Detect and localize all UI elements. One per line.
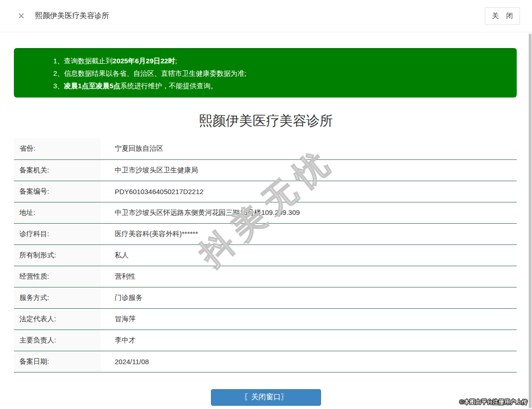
notice-text: 3、 <box>53 82 64 90</box>
notice-text: 2、信息数据结果以各省、自治区、直辖市卫生健康委数据为准; <box>53 69 247 77</box>
field-value: PDY60103464050217D2212 <box>101 181 517 202</box>
notice-bold-text: 凌晨1点至凌晨5点 <box>64 82 120 90</box>
close-button[interactable]: 关 闭 <box>485 7 520 25</box>
field-label: 服务方式: <box>14 287 101 308</box>
scrollbar[interactable] <box>528 33 532 409</box>
field-value: 中卫市沙坡头区卫生健康局 <box>101 159 517 181</box>
table-row: 备案机关:中卫市沙坡头区卫生健康局 <box>14 159 517 181</box>
field-label: 诊疗科目: <box>14 223 101 244</box>
copyright-watermark: ©本图由平台注册用户上传 <box>459 398 527 406</box>
field-label: 备案编号: <box>14 181 101 202</box>
table-row: 地址:中卫市沙坡头区怀远路东侧黄河花园三期16号楼109.209.309 <box>14 202 517 223</box>
notice-box: 1、查询数据截止到2025年6月29日22时; 2、信息数据结果以各省、自治区、… <box>14 48 517 98</box>
table-row: 省份:宁夏回族自治区 <box>14 138 517 159</box>
notice-line-1: 1、查询数据截止到2025年6月29日22时; <box>53 55 507 67</box>
field-value: 李中才 <box>101 330 517 351</box>
clinic-info-table: 省份:宁夏回族自治区 备案机关:中卫市沙坡头区卫生健康局 备案编号:PDY601… <box>14 138 517 372</box>
notice-text: 1、查询数据截止到 <box>53 57 112 65</box>
notice-text: 系统进行维护，不能提供查询。 <box>120 82 217 90</box>
field-value: 医疗美容科(美容外科)****** <box>101 223 517 244</box>
field-label: 法定代表人: <box>14 308 101 330</box>
field-label: 所有制形式: <box>14 244 101 266</box>
notice-line-2: 2、信息数据结果以各省、自治区、直辖市卫生健康委数据为准; <box>53 67 507 79</box>
field-value: 门诊服务 <box>101 287 517 308</box>
field-label: 地址: <box>14 202 101 223</box>
notice-line-3: 3、凌晨1点至凌晨5点系统进行维护，不能提供查询。 <box>53 79 507 92</box>
table-row: 所有制形式:私人 <box>14 244 517 266</box>
table-row: 主要负责人:李中才 <box>14 330 517 351</box>
close-window-button[interactable]: 〖关闭窗口〗 <box>211 389 321 406</box>
field-label: 省份: <box>14 138 101 159</box>
clinic-record-page: ✕ 熙颜伊美医疗美容诊所 关 闭 1、查询数据截止到2025年6月29日22时;… <box>0 0 532 406</box>
field-value: 私人 <box>101 244 517 266</box>
table-row: 法定代表人:冒海萍 <box>14 308 517 330</box>
field-value: 2024/11/08 <box>101 351 517 372</box>
table-row: 经营性质:营利性 <box>14 266 517 287</box>
field-label: 备案机关: <box>14 159 101 181</box>
header: ✕ 熙颜伊美医疗美容诊所 关 闭 <box>0 0 532 32</box>
clinic-title: 熙颜伊美医疗美容诊所 <box>0 111 532 130</box>
table-row: 备案日期:2024/11/08 <box>14 351 517 372</box>
table-row: 备案编号:PDY60103464050217D2212 <box>14 181 517 202</box>
scrollbar-thumb[interactable] <box>529 34 532 408</box>
field-label: 主要负责人: <box>14 330 101 351</box>
notice-text: ; <box>175 57 177 65</box>
notice-bold-text: 2025年6月29日22时 <box>112 57 175 65</box>
field-value: 营利性 <box>101 266 517 287</box>
table-row: 服务方式:门诊服务 <box>14 287 517 308</box>
field-label: 备案日期: <box>14 351 101 372</box>
header-title: 熙颜伊美医疗美容诊所 <box>35 11 109 21</box>
field-value: 宁夏回族自治区 <box>101 138 517 159</box>
table-row: 诊疗科目:医疗美容科(美容外科)****** <box>14 223 517 244</box>
field-value: 中卫市沙坡头区怀远路东侧黄河花园三期16号楼109.209.309 <box>101 202 517 223</box>
field-label: 经营性质: <box>14 266 101 287</box>
close-icon[interactable]: ✕ <box>18 12 25 20</box>
field-value: 冒海萍 <box>101 308 517 330</box>
